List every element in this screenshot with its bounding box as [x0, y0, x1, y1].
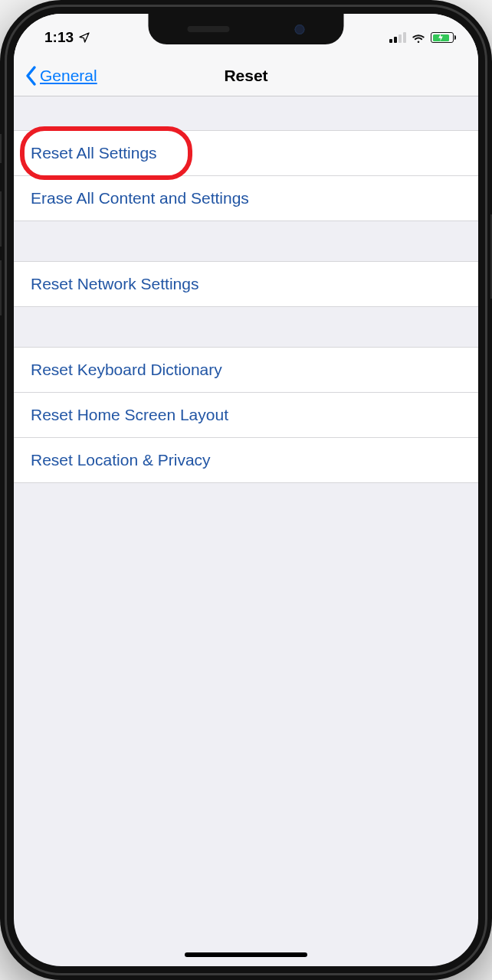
cell-label: Reset Home Screen Layout	[31, 406, 228, 423]
status-left: 1:13	[44, 29, 90, 46]
page-title: Reset	[224, 67, 267, 85]
cell-label: Reset Keyboard Dictionary	[31, 361, 222, 378]
reset-keyboard-dictionary[interactable]: Reset Keyboard Dictionary	[14, 347, 478, 393]
battery-icon	[431, 32, 454, 43]
side-button-silence	[0, 134, 2, 163]
notch	[149, 14, 344, 44]
cell-label: Reset All Settings	[31, 144, 157, 162]
settings-group-1: Reset All Settings Erase All Content and…	[14, 130, 478, 221]
chevron-left-icon	[25, 65, 38, 87]
erase-all-content-and-settings[interactable]: Erase All Content and Settings	[14, 176, 478, 221]
back-button-label: General	[40, 67, 97, 85]
battery-charging-icon	[433, 34, 449, 41]
front-camera	[295, 24, 305, 34]
status-right	[389, 30, 454, 45]
side-button-volume-up	[0, 191, 2, 247]
group-spacer	[14, 221, 478, 261]
device-frame: 1:13	[0, 0, 492, 980]
screen: 1:13	[14, 14, 478, 966]
speaker-grille	[188, 26, 230, 32]
cell-label: Reset Location & Privacy	[31, 451, 211, 469]
location-services-icon	[78, 31, 90, 44]
cellular-signal-icon	[389, 32, 406, 43]
status-time: 1:13	[44, 29, 74, 46]
content: Reset All Settings Erase All Content and…	[14, 96, 478, 483]
settings-group-3: Reset Keyboard Dictionary Reset Home Scr…	[14, 347, 478, 483]
reset-home-screen-layout[interactable]: Reset Home Screen Layout	[14, 393, 478, 438]
navigation-bar: General Reset	[14, 55, 478, 96]
cell-label: Erase All Content and Settings	[31, 189, 249, 207]
reset-location-and-privacy[interactable]: Reset Location & Privacy	[14, 438, 478, 483]
wifi-icon	[411, 30, 426, 45]
reset-all-settings[interactable]: Reset All Settings	[14, 130, 478, 176]
group-spacer	[14, 96, 478, 130]
reset-network-settings[interactable]: Reset Network Settings	[14, 261, 478, 307]
settings-group-2: Reset Network Settings	[14, 261, 478, 307]
cell-label: Reset Network Settings	[31, 275, 198, 292]
group-spacer	[14, 307, 478, 347]
home-indicator[interactable]	[185, 952, 307, 957]
side-button-volume-down	[0, 260, 2, 315]
back-button[interactable]: General	[14, 65, 97, 87]
